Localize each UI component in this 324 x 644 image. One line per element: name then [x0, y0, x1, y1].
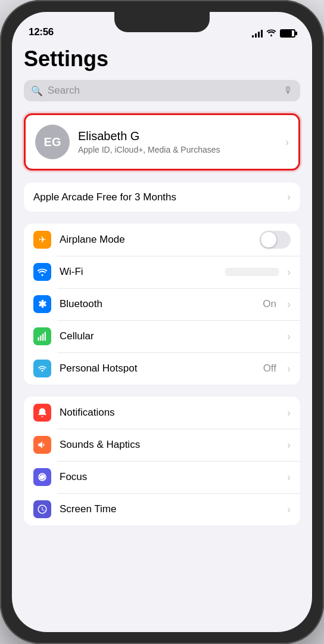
personal-hotspot-label: Personal Hotspot — [60, 363, 255, 374]
focus-label: Focus — [60, 471, 279, 483]
svg-point-4 — [42, 370, 43, 371]
wifi-row[interactable]: Wi-Fi › — [24, 256, 300, 288]
notifications-section: Notifications › Sounds & Haptics › — [24, 397, 300, 525]
sounds-haptics-icon — [33, 436, 51, 454]
wifi-icon — [33, 263, 51, 281]
bluetooth-icon: ✱ — [33, 295, 51, 313]
hotspot-icon — [33, 360, 51, 377]
chevron-right-icon: › — [287, 439, 291, 451]
search-icon: 🔍 — [31, 85, 43, 97]
cellular-row[interactable]: Cellular › — [24, 320, 300, 352]
personal-hotspot-row[interactable]: Personal Hotspot Off › — [24, 352, 300, 385]
notifications-label: Notifications — [60, 407, 279, 419]
svg-rect-3 — [45, 332, 46, 341]
cellular-label: Cellular — [60, 330, 279, 342]
apple-arcade-row[interactable]: Apple Arcade Free for 3 Months › — [24, 182, 300, 212]
status-icons — [252, 29, 295, 38]
phone-screen: 12:56 Settings — [12, 12, 312, 632]
bluetooth-label: Bluetooth — [60, 298, 254, 310]
page-title: Settings — [24, 47, 300, 72]
chevron-right-icon: › — [287, 407, 291, 419]
cellular-icon — [33, 327, 51, 345]
chevron-right-icon: › — [287, 363, 291, 375]
search-bar[interactable]: 🔍 Search 🎙 — [24, 80, 300, 101]
chevron-right-icon: › — [287, 503, 291, 516]
airplane-mode-toggle[interactable] — [260, 231, 291, 249]
wifi-ssid-value — [225, 268, 279, 276]
mic-icon[interactable]: 🎙 — [284, 85, 293, 96]
chevron-right-icon: › — [287, 191, 291, 203]
chevron-right-icon: › — [287, 330, 291, 343]
personal-hotspot-value: Off — [263, 363, 276, 374]
avatar: EG — [35, 125, 70, 159]
search-placeholder: Search — [48, 85, 279, 97]
svg-rect-2 — [42, 334, 43, 341]
wifi-label: Wi-Fi — [60, 266, 217, 278]
sounds-haptics-row[interactable]: Sounds & Haptics › — [24, 429, 300, 461]
chevron-right-icon: › — [287, 298, 291, 311]
notch — [114, 12, 210, 32]
notifications-row[interactable]: Notifications › — [24, 397, 300, 429]
airplane-mode-icon: ✈ — [33, 231, 51, 249]
airplane-mode-label: Airplane Mode — [60, 234, 251, 246]
profile-name: Elisabeth G — [78, 129, 277, 143]
chevron-right-icon: › — [285, 136, 289, 148]
notifications-icon — [33, 404, 51, 422]
svg-rect-1 — [40, 336, 41, 341]
status-time: 12:56 — [29, 26, 54, 38]
battery-icon — [280, 29, 295, 38]
focus-icon — [33, 468, 51, 486]
bluetooth-row[interactable]: ✱ Bluetooth On › — [24, 288, 300, 320]
bluetooth-value: On — [263, 298, 276, 310]
screen-time-label: Screen Time — [60, 503, 279, 515]
airplane-mode-row[interactable]: ✈ Airplane Mode — [24, 224, 300, 256]
wifi-status-icon — [266, 29, 276, 38]
screen-time-icon — [33, 500, 51, 518]
signal-bars-icon — [252, 29, 263, 38]
phone-frame: 12:56 Settings — [0, 0, 324, 644]
apple-arcade-label: Apple Arcade Free for 3 Months — [33, 191, 176, 203]
content-area: Settings 🔍 Search 🎙 EG Elisabeth G Apple… — [12, 42, 312, 632]
screen-time-row[interactable]: Screen Time › — [24, 493, 300, 525]
profile-info: Elisabeth G Apple ID, iCloud+, Media & P… — [78, 129, 277, 154]
sounds-haptics-label: Sounds & Haptics — [60, 439, 279, 451]
connectivity-section: ✈ Airplane Mode Wi-Fi — [24, 224, 300, 385]
chevron-right-icon: › — [287, 266, 291, 278]
svg-rect-0 — [38, 338, 39, 341]
focus-row[interactable]: Focus › — [24, 461, 300, 493]
profile-card[interactable]: EG Elisabeth G Apple ID, iCloud+, Media … — [24, 113, 300, 171]
profile-subtitle: Apple ID, iCloud+, Media & Purchases — [78, 145, 277, 154]
chevron-right-icon: › — [287, 471, 291, 484]
